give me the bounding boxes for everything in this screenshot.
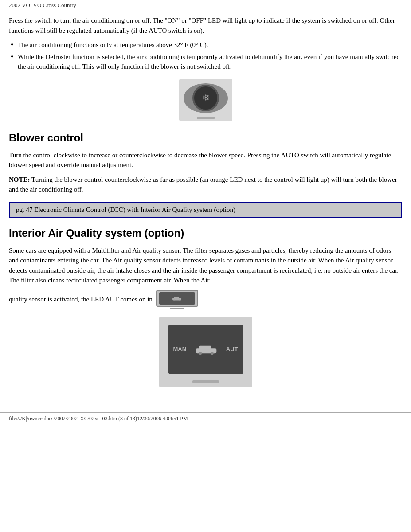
bullet-item-2: While the Defroster function is selected… xyxy=(9,52,402,72)
iaq-inline-text: quality sensor is activated, the LED AUT… xyxy=(9,294,153,305)
intro-paragraph: Press the switch to turn the air conditi… xyxy=(9,16,402,35)
iaq-heading: Interior Air Quality system (option) xyxy=(9,227,402,239)
ac-bottom-bar xyxy=(197,117,215,119)
bullet-item-1: The air conditioning functions only at t… xyxy=(9,40,402,50)
aut-button-large-container: MAN AUT xyxy=(9,317,402,387)
iaq-paragraph1: Some cars are equipped with a Multifilte… xyxy=(9,246,402,286)
car-icon-small xyxy=(172,296,182,301)
note-label: NOTE: xyxy=(9,176,30,183)
ac-button-image: ❄ xyxy=(9,79,402,123)
svg-point-2 xyxy=(174,299,175,301)
iaq-inline-row: quality sensor is activated, the LED AUT… xyxy=(9,290,402,309)
bullet-list: The air conditioning functions only at t… xyxy=(9,40,402,72)
aut-button-small-bar xyxy=(170,308,184,309)
svg-point-7 xyxy=(211,352,214,355)
ecc-link-text: pg. 47 Electronic Climate Control (ECC) … xyxy=(16,206,235,213)
svg-rect-5 xyxy=(199,345,211,349)
main-content: Press the switch to turn the air conditi… xyxy=(0,11,411,403)
ac-button-graphic: ❄ xyxy=(179,79,232,121)
ac-button-snowflake-circle: ❄ xyxy=(192,85,219,111)
aut-button-large: MAN AUT xyxy=(159,317,252,387)
ac-button-outer-circle: ❄ xyxy=(184,83,228,113)
header-title: 2002 VOLVO Cross Country xyxy=(9,2,76,8)
footer-bar: file:///K|/ownersdocs/2002/2002_XC/02xc_… xyxy=(0,412,411,425)
svg-rect-1 xyxy=(174,297,179,298)
svg-point-6 xyxy=(199,352,202,355)
blower-heading: Blower control xyxy=(9,132,402,144)
aut-man-label-large: MAN xyxy=(173,346,187,352)
car-icon-large xyxy=(195,344,217,355)
note-body: Turning the blower control counterclockw… xyxy=(9,176,397,193)
footer-text: file:///K|/ownersdocs/2002/2002_XC/02xc_… xyxy=(9,415,188,422)
svg-point-3 xyxy=(179,299,180,301)
aut-button-large-inner: MAN AUT xyxy=(168,325,243,374)
aut-aut-label-large: AUT xyxy=(226,346,238,352)
ecc-link-box[interactable]: pg. 47 Electronic Climate Control (ECC) … xyxy=(9,202,402,218)
snowflake-icon: ❄ xyxy=(202,92,210,104)
aut-button-small-container xyxy=(156,290,198,309)
blower-note: NOTE: Turning the blower control counter… xyxy=(9,175,402,195)
aut-button-large-bar xyxy=(192,380,219,383)
blower-paragraph1: Turn the control clockwise to increase o… xyxy=(9,150,402,170)
header-bar: 2002 VOLVO Cross Country xyxy=(0,0,411,11)
aut-button-small-inner xyxy=(159,292,195,305)
aut-button-small xyxy=(156,290,198,307)
